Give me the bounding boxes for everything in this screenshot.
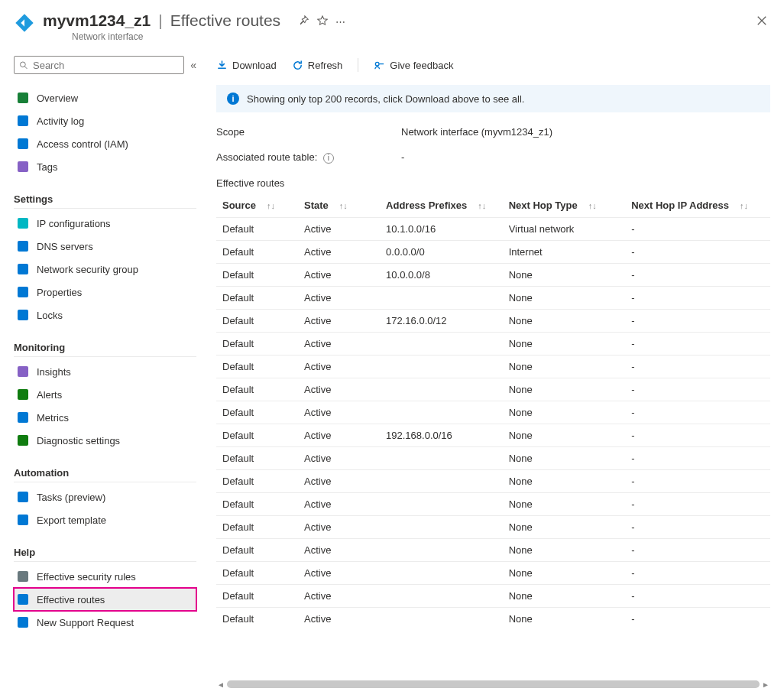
sort-icon[interactable]: ↑↓ — [339, 201, 348, 210]
close-icon[interactable] — [756, 15, 767, 28]
feedback-button[interactable]: Give feedback — [374, 60, 453, 71]
table-row[interactable]: DefaultActive172.16.0.0/12None-- — [216, 309, 770, 332]
table-row[interactable]: DefaultActiveNone-- — [216, 332, 770, 355]
table-row[interactable]: DefaultActiveNone-- — [216, 355, 770, 378]
table-row[interactable]: DefaultActiveNone-- — [216, 469, 770, 492]
col-us[interactable]: Us — [764, 193, 770, 218]
associated-route-label: Associated route table: — [216, 151, 317, 163]
sidebar-item-label: Tasks (preview) — [37, 492, 105, 503]
cell-nhip: - — [625, 561, 764, 584]
cell-nht: None — [503, 515, 626, 538]
toolbar-separator — [358, 58, 358, 72]
search-input[interactable] — [31, 59, 179, 72]
sidebar-item-label: Insights — [37, 366, 71, 378]
item-icon — [17, 411, 29, 424]
refresh-label: Refresh — [308, 60, 343, 71]
col-next-hop-type[interactable]: Next Hop Type↑↓ — [503, 193, 626, 218]
network-interface-icon — [14, 12, 35, 34]
horizontal-scrollbar[interactable]: ◄ ► — [216, 679, 770, 690]
log-icon — [17, 115, 29, 127]
cell-nht: None — [503, 584, 626, 607]
sidebar-item-label: Access control (IAM) — [37, 138, 128, 150]
table-row[interactable]: DefaultActive192.168.0.0/16None-- — [216, 424, 770, 446]
col-state[interactable]: State↑↓ — [298, 193, 380, 218]
table-row[interactable]: DefaultActiveNone-- — [216, 492, 770, 515]
sidebar-item-effective-security-rules[interactable]: Effective security rules — [14, 565, 196, 588]
sidebar-item-new-support-request[interactable]: New Support Request — [14, 611, 196, 634]
cell-state: Active — [298, 378, 380, 401]
table-row[interactable]: DefaultActive10.0.0.0/8None-- — [216, 263, 770, 286]
cell-state: Active — [298, 424, 380, 446]
sidebar-item-label: Export template — [37, 515, 106, 526]
sidebar-item-label: Alerts — [37, 389, 62, 401]
cell-us: - — [764, 469, 770, 492]
sidebar-item-effective-routes[interactable]: Effective routes — [14, 588, 196, 611]
sidebar-search[interactable] — [14, 56, 184, 74]
item-icon — [17, 593, 29, 605]
sidebar-item-overview[interactable]: Overview — [14, 86, 196, 109]
table-row[interactable]: DefaultActiveNone-- — [216, 401, 770, 424]
cell-source: Default — [216, 584, 298, 607]
cell-nht: None — [503, 286, 626, 309]
sidebar-item-ip-configurations[interactable]: IP configurations — [14, 212, 196, 235]
sort-icon[interactable]: ↑↓ — [588, 201, 597, 210]
favorite-icon[interactable] — [317, 15, 328, 28]
cell-source: Default — [216, 561, 298, 584]
scope-value: Network interface (myvm1234_z1) — [401, 126, 552, 138]
sidebar-heading-automation: Automation — [14, 464, 196, 482]
scroll-thumb[interactable] — [227, 680, 760, 688]
table-row[interactable]: DefaultActiveNone-- — [216, 607, 770, 630]
item-icon — [17, 570, 29, 583]
col-source[interactable]: Source↑↓ — [216, 193, 298, 218]
sort-icon[interactable]: ↑↓ — [267, 201, 275, 210]
sidebar-item-network-security-group[interactable]: Network security group — [14, 258, 196, 281]
col-address-prefixes[interactable]: Address Prefixes↑↓ — [380, 193, 503, 218]
table-row[interactable]: DefaultActiveNone-- — [216, 378, 770, 401]
pin-icon[interactable] — [299, 15, 309, 28]
sidebar-item-dns-servers[interactable]: DNS servers — [14, 235, 196, 258]
refresh-button[interactable]: Refresh — [292, 60, 343, 71]
info-text: Showing only top 200 records, click Down… — [247, 93, 525, 105]
table-row[interactable]: DefaultActive0.0.0.0/0Internet-- — [216, 240, 770, 263]
cell-us: - — [764, 607, 770, 630]
sort-icon[interactable]: ↑↓ — [740, 201, 748, 210]
cell-nhip: - — [625, 309, 764, 332]
tag-icon — [17, 161, 29, 173]
table-row[interactable]: DefaultActive10.1.0.0/16Virtual network-… — [216, 217, 770, 240]
scroll-right-icon[interactable]: ► — [761, 680, 770, 688]
cell-state: Active — [298, 286, 380, 309]
cell-us: - — [764, 240, 770, 263]
scope-label: Scope — [216, 126, 401, 138]
table-row[interactable]: DefaultActiveNone-- — [216, 538, 770, 561]
sidebar-item-tasks-preview-[interactable]: Tasks (preview) — [14, 485, 196, 508]
sidebar-item-metrics[interactable]: Metrics — [14, 406, 196, 429]
download-button[interactable]: Download — [216, 60, 277, 71]
col-next-hop-ip[interactable]: Next Hop IP Address↑↓ — [625, 193, 764, 218]
cell-nht: None — [503, 309, 626, 332]
cell-prefix: 172.16.0.0/12 — [380, 309, 503, 332]
cell-prefix — [380, 401, 503, 424]
sidebar-item-insights[interactable]: Insights — [14, 360, 196, 383]
item-icon — [17, 434, 29, 446]
cell-prefix — [380, 538, 503, 561]
sort-icon[interactable]: ↑↓ — [478, 201, 486, 210]
item-icon — [17, 388, 29, 401]
sidebar-item-tags[interactable]: Tags — [14, 155, 196, 178]
sidebar-item-alerts[interactable]: Alerts — [14, 383, 196, 406]
sidebar-item-activity-log[interactable]: Activity log — [14, 109, 196, 132]
help-icon[interactable]: i — [323, 153, 334, 164]
more-icon[interactable]: ⋯ — [335, 16, 347, 28]
table-row[interactable]: DefaultActiveNone-- — [216, 286, 770, 309]
cell-us: - — [764, 515, 770, 538]
table-row[interactable]: DefaultActiveNone-- — [216, 446, 770, 469]
table-row[interactable]: DefaultActiveNone-- — [216, 561, 770, 584]
table-row[interactable]: DefaultActiveNone-- — [216, 515, 770, 538]
collapse-sidebar-icon[interactable]: « — [190, 59, 196, 71]
sidebar-item-locks[interactable]: Locks — [14, 304, 196, 326]
sidebar-item-access-control-iam-[interactable]: Access control (IAM) — [14, 132, 196, 155]
sidebar-item-export-template[interactable]: Export template — [14, 508, 196, 531]
sidebar-item-diagnostic-settings[interactable]: Diagnostic settings — [14, 429, 196, 452]
table-row[interactable]: DefaultActiveNone-- — [216, 584, 770, 607]
scroll-left-icon[interactable]: ◄ — [216, 680, 225, 688]
sidebar-item-properties[interactable]: Properties — [14, 281, 196, 304]
